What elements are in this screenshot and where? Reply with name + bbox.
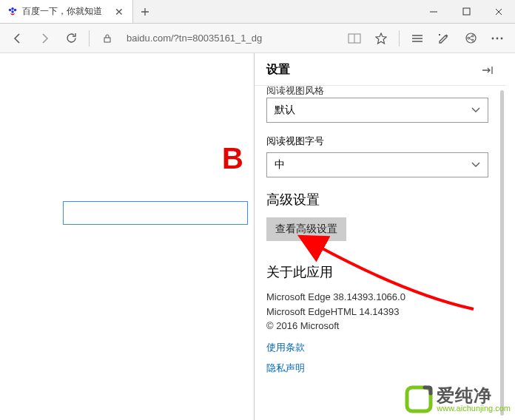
- reading-view-icon[interactable]: [343, 27, 366, 50]
- chevron-down-icon: [471, 107, 480, 113]
- reading-font-value: 中: [275, 158, 285, 172]
- window-titlebar: 百度一下，你就知道 ✕: [0, 0, 515, 24]
- svg-point-2: [14, 8, 17, 11]
- watermark-en: www.aichunjing.com: [437, 404, 511, 413]
- reading-style-value: 默认: [275, 104, 295, 117]
- new-tab-button[interactable]: [133, 0, 157, 23]
- svg-point-3: [11, 10, 14, 13]
- settings-title: 设置: [266, 62, 290, 78]
- baidu-logo-fragment: B: [222, 142, 243, 175]
- baidu-favicon-icon: [7, 7, 18, 17]
- settings-body: 阅读视图风格 默认 阅读视图字号 中 高级设置 查看高级设置 关于此应用 Mic…: [255, 85, 505, 420]
- more-icon[interactable]: [485, 27, 509, 50]
- svg-point-11: [492, 37, 494, 39]
- tab-close-icon[interactable]: ✕: [113, 6, 125, 18]
- privacy-link[interactable]: 隐私声明: [266, 362, 494, 375]
- watermark: 爱纯净 www.aichunjing.com: [403, 383, 511, 416]
- watermark-cn: 爱纯净: [437, 387, 511, 404]
- advanced-settings-title: 高级设置: [266, 191, 494, 209]
- baidu-search-input[interactable]: [63, 201, 248, 225]
- svg-rect-14: [407, 387, 431, 411]
- web-notes-icon[interactable]: [432, 27, 456, 50]
- about-app-info: Microsoft Edge 38.14393.1066.0 Microsoft…: [266, 290, 494, 333]
- browser-tab[interactable]: 百度一下，你就知道 ✕: [0, 0, 133, 23]
- minimize-button[interactable]: [417, 0, 450, 23]
- svg-point-13: [501, 37, 503, 39]
- svg-point-12: [497, 37, 499, 39]
- hub-icon[interactable]: [405, 27, 429, 50]
- svg-rect-4: [463, 8, 470, 15]
- tab-title: 百度一下，你就知道: [22, 5, 109, 18]
- reading-style-select[interactable]: 默认: [266, 98, 488, 123]
- lock-icon[interactable]: [95, 27, 119, 50]
- share-icon[interactable]: [459, 27, 482, 50]
- watermark-logo-icon: [403, 383, 435, 416]
- toolbar-separator-2: [399, 30, 400, 47]
- settings-header: 设置: [255, 53, 505, 85]
- panel-scrollbar[interactable]: [500, 90, 504, 416]
- reading-style-label: 阅读视图风格: [266, 85, 494, 95]
- settings-panel: 设置 阅读视图风格 默认 阅读视图字号 中 高级设置 查看高级设置 关于此应用 …: [254, 53, 505, 420]
- reading-font-label: 阅读视图字号: [266, 135, 494, 148]
- address-bar[interactable]: baidu.com/?tn=80035161_1_dg: [122, 33, 340, 44]
- maximize-button[interactable]: [450, 0, 482, 23]
- window-controls: [417, 0, 515, 23]
- back-button[interactable]: [6, 27, 30, 50]
- forward-button[interactable]: [33, 27, 56, 50]
- favorites-icon[interactable]: [369, 27, 393, 50]
- about-app-title: 关于此应用: [266, 263, 494, 281]
- svg-rect-5: [104, 38, 110, 42]
- about-line-copyright: © 2016 Microsoft: [266, 319, 494, 333]
- refresh-button[interactable]: [59, 27, 83, 50]
- toolbar-separator: [89, 30, 90, 47]
- pin-icon[interactable]: [482, 65, 494, 75]
- view-advanced-settings-button[interactable]: 查看高级设置: [266, 217, 346, 241]
- svg-point-0: [9, 8, 12, 11]
- svg-point-1: [11, 7, 14, 10]
- close-window-button[interactable]: [482, 0, 515, 23]
- browser-toolbar: baidu.com/?tn=80035161_1_dg: [0, 24, 515, 53]
- chevron-down-icon: [471, 162, 480, 168]
- reading-font-select[interactable]: 中: [266, 152, 488, 177]
- terms-link[interactable]: 使用条款: [266, 341, 494, 354]
- about-line-version: Microsoft Edge 38.14393.1066.0: [266, 290, 494, 305]
- about-line-engine: Microsoft EdgeHTML 14.14393: [266, 305, 494, 319]
